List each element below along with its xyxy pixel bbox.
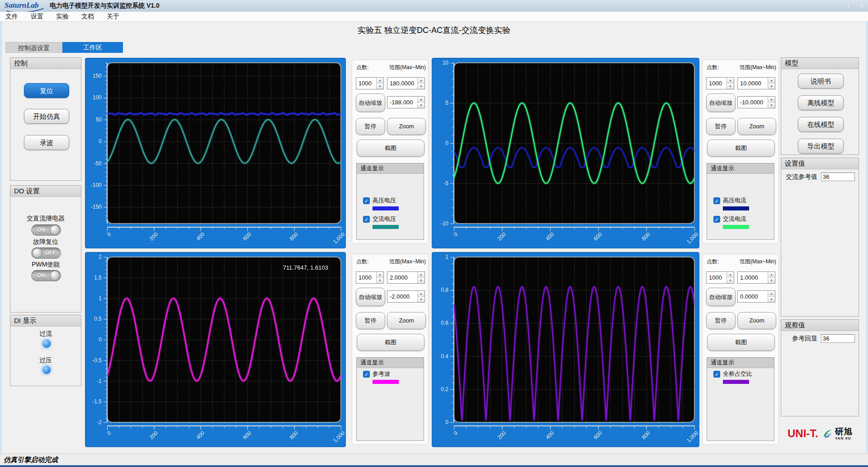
offline-model-button[interactable]: 离线模型 (798, 95, 844, 110)
spin-up-icon[interactable] (377, 272, 383, 278)
range-min-spinner[interactable]: 0.0000 (737, 290, 775, 303)
snapshot-button[interactable]: 截图 (707, 334, 775, 351)
channel-item: ✓ 交流电压 (363, 215, 424, 229)
range-max-value: 2.0000 (387, 274, 417, 281)
range-max-spinner[interactable]: 180.0000 (387, 77, 425, 89)
minimize-icon[interactable]: – (830, 3, 834, 9)
overvoltage-label: 过压 (10, 356, 81, 364)
spin-up-icon[interactable] (768, 272, 775, 278)
spin-down-icon[interactable] (418, 297, 425, 302)
pwm-enable-toggle[interactable]: ON (31, 270, 61, 281)
pause-button[interactable]: 暂停 (356, 118, 385, 135)
ac-dc-relay-toggle[interactable]: ON (31, 224, 61, 236)
channel-checkbox[interactable]: ✓ (363, 197, 370, 204)
autoscale-button[interactable]: 自动缩放 (706, 288, 736, 306)
range-min-spinner[interactable]: -10.0000 (737, 96, 775, 108)
channel-label: 高压电压 (373, 196, 396, 205)
points-label: 点数: (707, 64, 719, 71)
toggle-knob (50, 271, 60, 281)
scope-controls-hv-ac-voltage: 点数: 范围(Max~Min) 1000 180.0000 自动缩放 -188.… (352, 60, 429, 244)
fault-reset-toggle[interactable]: OFF (31, 248, 61, 259)
spin-down-icon[interactable] (418, 103, 425, 108)
points-value: 1000 (356, 80, 376, 87)
export-model-button[interactable]: 导出模型 (798, 139, 844, 154)
channel-label: 高压电流 (723, 196, 746, 205)
menu-item-file[interactable]: 文件 (5, 13, 18, 21)
zoom-button[interactable]: Zoom (737, 118, 776, 135)
points-spinner[interactable]: 1000 (706, 271, 734, 284)
range-min-spinner[interactable]: -188.000 (387, 96, 425, 108)
spin-down-icon[interactable] (768, 278, 775, 283)
record-wave-button[interactable]: 录波 (24, 135, 69, 150)
scope-canvas-reference-wave[interactable] (85, 252, 345, 447)
spin-down-icon[interactable] (727, 278, 734, 283)
zoom-button[interactable]: Zoom (387, 312, 426, 329)
points-spinner[interactable]: 1000 (356, 271, 384, 284)
spin-down-icon[interactable] (768, 84, 775, 89)
menu-item-docs[interactable]: 文档 (81, 13, 94, 21)
points-label: 点数: (707, 258, 719, 266)
spin-down-icon[interactable] (768, 297, 775, 302)
menu-item-experiment[interactable]: 实验 (56, 13, 69, 21)
spin-up-icon[interactable] (418, 272, 425, 278)
points-spinner[interactable]: 1000 (706, 77, 734, 89)
channel-checkbox[interactable]: ✓ (363, 216, 370, 223)
range-max-spinner[interactable]: 1.0000 (737, 271, 775, 284)
start-simulation-button[interactable]: 开始仿真 (24, 109, 69, 124)
spin-up-icon[interactable] (768, 97, 775, 103)
range-min-spinner[interactable]: -2.0000 (387, 290, 425, 303)
points-spinner[interactable]: 1000 (356, 77, 384, 89)
channel-display-title: 通道显示 (357, 358, 424, 368)
channel-checkbox[interactable]: ✓ (713, 216, 720, 223)
snapshot-button[interactable]: 截图 (357, 334, 425, 351)
ac-reference-input[interactable] (821, 173, 855, 181)
tab-controller-settings[interactable]: 控制器设置 (5, 42, 62, 53)
range-max-spinner[interactable]: 10.0000 (737, 77, 775, 89)
autoscale-button[interactable]: 自动缩放 (706, 93, 736, 112)
snapshot-button[interactable]: 截图 (707, 140, 775, 157)
pause-button[interactable]: 暂停 (706, 312, 736, 329)
spin-up-icon[interactable] (727, 272, 734, 278)
channel-label: 全桥占空比 (723, 370, 752, 378)
tab-workspace[interactable]: 工作区 (62, 42, 123, 53)
zoom-button[interactable]: Zoom (737, 312, 776, 329)
spin-down-icon[interactable] (727, 84, 734, 89)
scope-canvas-duty-cycle[interactable] (432, 252, 699, 447)
close-icon[interactable]: ✕ (859, 3, 864, 9)
spin-up-icon[interactable] (418, 291, 425, 297)
reference-echo-input[interactable] (821, 334, 855, 343)
check-icon: ✓ (364, 198, 368, 204)
autoscale-button[interactable]: 自动缩放 (356, 93, 385, 112)
pause-button[interactable]: 暂停 (356, 312, 385, 329)
zoom-button[interactable]: Zoom (387, 118, 426, 135)
pause-button[interactable]: 暂停 (706, 118, 736, 135)
channel-checkbox[interactable]: ✓ (713, 197, 720, 204)
spin-down-icon[interactable] (377, 84, 383, 89)
spin-down-icon[interactable] (768, 103, 775, 108)
snapshot-button[interactable]: 截图 (357, 140, 425, 157)
autoscale-button[interactable]: 自动缩放 (356, 288, 385, 306)
scope-canvas-hv-ac-voltage[interactable] (85, 58, 345, 248)
scope-canvas-hv-ac-current[interactable] (432, 58, 699, 248)
channel-checkbox[interactable]: ✓ (363, 371, 370, 378)
online-model-button[interactable]: 在线模型 (798, 117, 844, 132)
spin-down-icon[interactable] (377, 278, 383, 283)
maximize-icon[interactable]: ❐ (844, 3, 849, 9)
spin-up-icon[interactable] (377, 78, 383, 84)
spin-down-icon[interactable] (418, 278, 425, 283)
reset-button[interactable]: 复位 (24, 83, 69, 98)
spin-up-icon[interactable] (768, 78, 775, 84)
spin-down-icon[interactable] (418, 84, 425, 89)
model-group-title: 模型 (781, 58, 859, 69)
spin-up-icon[interactable] (418, 78, 425, 84)
range-max-spinner[interactable]: 2.0000 (387, 271, 425, 284)
spin-up-icon[interactable] (418, 97, 425, 103)
spin-up-icon[interactable] (768, 291, 775, 297)
channel-checkbox[interactable]: ✓ (713, 371, 720, 378)
manual-button[interactable]: 说明书 (798, 74, 844, 89)
spin-up-icon[interactable] (727, 78, 734, 84)
menu-item-about[interactable]: 关于 (107, 13, 119, 21)
fault-reset-label: 故障复位 (10, 238, 81, 246)
menu-item-settings[interactable]: 设置 (31, 13, 43, 21)
range-label: 范围(Max~Min) (389, 258, 426, 266)
